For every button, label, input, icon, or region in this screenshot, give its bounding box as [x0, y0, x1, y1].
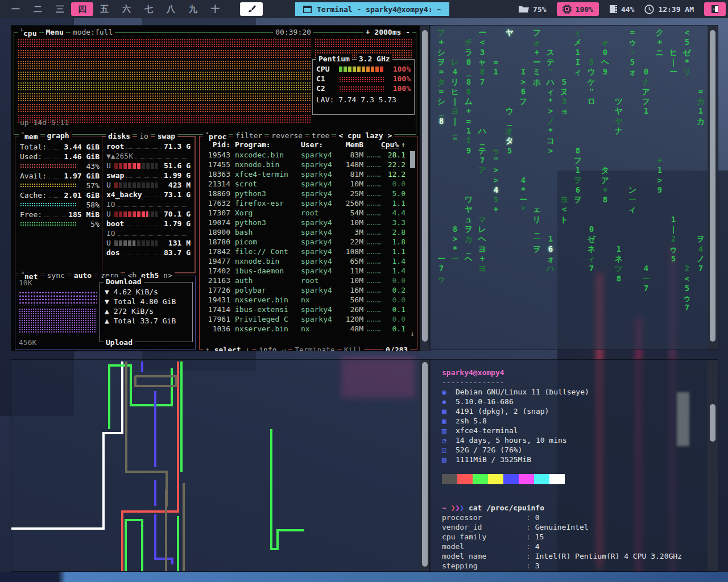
disk-used-label: U: [106, 239, 111, 247]
workspace-button-9[interactable]: 九: [182, 2, 204, 16]
proc-kill-control[interactable]: Kill: [342, 346, 364, 351]
proc-cpu: 0.0: [384, 276, 406, 285]
proc-row[interactable]: 1036nxserver.binnx48M0.1: [204, 324, 406, 334]
proc-program: nxserver.bin: [235, 324, 301, 334]
proc-row[interactable]: 17455nxnode.binsparky4148M22.2: [204, 160, 406, 169]
matrix-glyph: ー: [475, 28, 489, 38]
proc-scrollbar-thumb[interactable]: [410, 151, 415, 168]
mem-stat-row: Total:3.44 GiB: [20, 142, 100, 152]
proc-select-control[interactable]: ↑ select ↓: [203, 346, 252, 351]
matrix-glyph: *: [448, 244, 462, 253]
proc-pid: 19543: [204, 150, 230, 160]
brush-launcher[interactable]: [240, 2, 263, 16]
net-sync-tab[interactable]: sync: [45, 271, 67, 281]
mem-graph-tab[interactable]: graph: [45, 131, 72, 141]
workspace-button-1[interactable]: 一: [5, 2, 27, 16]
matrix-glyph: ュ: [462, 215, 475, 225]
proc-header-cpu[interactable]: Cpu%: [381, 140, 399, 149]
cpuinfo-line: stepping: 3: [442, 561, 708, 571]
mem-box-title[interactable]: ²mem: [19, 131, 40, 141]
proc-program: picom: [235, 237, 301, 247]
workspace-button-2[interactable]: 二: [27, 2, 49, 16]
matrix-glyph: カ: [694, 97, 708, 107]
proc-selection-count: 0/283: [383, 346, 410, 351]
proc-header-memb[interactable]: MemB: [338, 140, 363, 149]
cpu-usage-module[interactable]: 100%: [557, 2, 599, 16]
workspace-button-4[interactable]: 四: [71, 2, 93, 16]
matrix-glyph: ョ: [557, 106, 571, 117]
workspace-button-8[interactable]: 八: [160, 2, 182, 16]
mem-meter: [20, 164, 77, 169]
proc-scroll-down-icon[interactable]: ↓: [410, 329, 415, 338]
cpu-usage-value: 100%: [576, 5, 593, 14]
proc-row[interactable]: 17961Privileged Csparky4120M0.0: [204, 314, 406, 324]
proc-row[interactable]: 17402ibus-daemonsparky411M1.4: [204, 266, 406, 276]
matrix-glyph: -: [626, 48, 639, 57]
mem-stat-label: Avail:: [20, 171, 47, 181]
proc-row[interactable]: 19543nxcodec.binsparky483M28.1: [204, 150, 406, 160]
proc-row[interactable]: 19431nxserver.binnx56M0.0: [204, 295, 406, 305]
pipes-scrollbar-thumb[interactable]: [422, 362, 428, 567]
matrix-scrollbar-thumb[interactable]: [710, 30, 715, 342]
matrix-glyph: _: [435, 106, 448, 115]
focused-window-title[interactable]: Terminal - sparky4@xompy4: ~: [295, 2, 449, 16]
disks-box-title[interactable]: disks: [106, 132, 133, 140]
disks-io-tab[interactable]: io: [137, 132, 151, 140]
proc-header-program[interactable]: Program:: [235, 140, 301, 149]
proc-row[interactable]: 17726polybarsparky416M0.2: [204, 285, 406, 295]
proc-row[interactable]: 17842file:// Contsparky4108M1.1: [204, 247, 406, 256]
workspace-button-6[interactable]: 六: [115, 2, 138, 16]
proc-row[interactable]: 18869python3sparky425M5.0: [204, 189, 406, 198]
matrix-glyph: ヲ: [435, 57, 448, 68]
matrix-glyph: =: [435, 87, 448, 96]
proc-row[interactable]: 17414ibus-extensisparky426M0.1: [204, 305, 406, 314]
proc-usage-dots: [367, 282, 380, 283]
shell-prompt[interactable]: ~ ❯❯❯ cat /proc/cpuinfo: [442, 503, 708, 513]
bpytop-content: ¹cpu Menu mode:full 00:39:20 + 2000ms - …: [11, 26, 420, 351]
cpu-graph-row: [18, 82, 311, 91]
proc-row[interactable]: 18780picomsparky422M1.8: [204, 237, 406, 247]
proc-header-pid[interactable]: Pid:: [204, 140, 230, 149]
neofetch-scrollbar-thumb[interactable]: [710, 404, 715, 442]
mem-stat-value: 185 MiB: [68, 210, 100, 219]
matrix-glyph: ヤ: [462, 205, 475, 215]
matrix-glyph: 1: [544, 234, 557, 243]
proc-row[interactable]: 19477nxnode.binsparky465M1.4: [204, 256, 406, 266]
proc-row[interactable]: 19074python3sparky410M3.3: [204, 218, 406, 227]
workspace-button-3[interactable]: 三: [49, 2, 71, 16]
disk-usage-module[interactable]: 75%: [519, 5, 546, 14]
bpytop-scrollbar-thumb[interactable]: [422, 30, 428, 342]
proc-row[interactable]: 17632firefox-esrsparky4256M1.1: [204, 198, 406, 208]
proc-row[interactable]: 18363xfce4-terminsparky481M12.2: [204, 169, 406, 179]
matrix-glyph: *: [544, 97, 557, 106]
proc-header-user[interactable]: User:: [301, 140, 338, 149]
download-total: ▼ Total 4.80 GiB: [105, 297, 190, 306]
ram-usage-module[interactable]: 44%: [609, 5, 634, 14]
workspace-button-10[interactable]: 十: [204, 2, 226, 16]
matrix-glyph: ": [448, 136, 462, 145]
matrix-glyph: ー: [639, 274, 653, 284]
logout-button[interactable]: [704, 2, 726, 16]
disks-swap-tab[interactable]: swap: [155, 132, 177, 140]
proc-row[interactable]: 17307Xorgroot54M4.4: [204, 208, 406, 218]
proc-cpu: 0.0: [384, 314, 406, 324]
clock-module[interactable]: 12:39 AM: [644, 5, 694, 14]
bpytop-scrollbar[interactable]: [420, 26, 430, 351]
proc-row[interactable]: 21314scrotsparky410M0.0: [204, 179, 406, 189]
disk-size: 71.3 G: [164, 142, 191, 151]
proc-info-control[interactable]: info ↵: [257, 346, 288, 351]
net-auto-tab[interactable]: auto: [72, 271, 94, 281]
proc-usage-dots: [367, 330, 380, 331]
matrix-scrollbar[interactable]: [708, 26, 718, 350]
pipes-scrollbar[interactable]: [420, 360, 430, 571]
proc-row[interactable]: 21163authroot10M0.0: [204, 276, 406, 285]
workspace-button-5[interactable]: 五: [93, 2, 115, 16]
upload-label: Upload: [104, 338, 135, 347]
proc-terminate-control[interactable]: Terminate: [292, 346, 337, 351]
workspace-button-7[interactable]: 七: [138, 2, 160, 16]
matrix-glyph: ヲ: [694, 234, 708, 244]
proc-row[interactable]: 18900bashsparky43M2.8: [204, 227, 406, 237]
cpuinfo-value: 3: [535, 562, 540, 570]
matrix-glyph: +: [435, 38, 448, 47]
neofetch-scrollbar[interactable]: [708, 360, 718, 571]
